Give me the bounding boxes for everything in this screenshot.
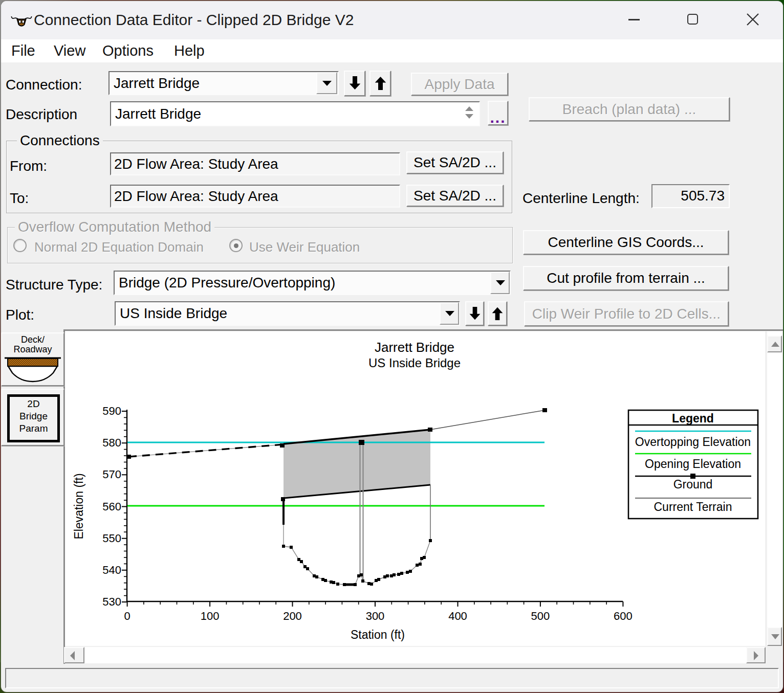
svg-text:US Inside Bridge: US Inside Bridge [368, 356, 461, 370]
svg-text:580: 580 [102, 436, 121, 449]
svg-text:600: 600 [614, 610, 633, 622]
svg-text:590: 590 [102, 405, 121, 417]
svg-text:Jarrett Bridge: Jarrett Bridge [375, 340, 454, 355]
svg-text:300: 300 [366, 610, 385, 622]
svg-text:570: 570 [102, 468, 121, 481]
svg-text:0: 0 [124, 610, 130, 622]
svg-text:Overtopping Elevation: Overtopping Elevation [635, 435, 751, 449]
svg-text:550: 550 [102, 532, 121, 545]
svg-text:Current Terrain: Current Terrain [654, 500, 732, 513]
svg-text:Opening Elevation: Opening Elevation [645, 457, 741, 471]
svg-text:Ground: Ground [673, 478, 713, 491]
svg-text:530: 530 [102, 595, 121, 608]
svg-text:100: 100 [201, 610, 220, 622]
svg-text:540: 540 [102, 564, 121, 576]
svg-text:Elevation (ft): Elevation (ft) [72, 473, 85, 539]
svg-text:Station (ft): Station (ft) [351, 628, 405, 641]
svg-text:560: 560 [102, 500, 121, 513]
svg-text:Legend: Legend [672, 412, 714, 425]
svg-text:500: 500 [531, 610, 550, 622]
svg-text:200: 200 [283, 610, 302, 622]
svg-text:400: 400 [448, 610, 467, 622]
